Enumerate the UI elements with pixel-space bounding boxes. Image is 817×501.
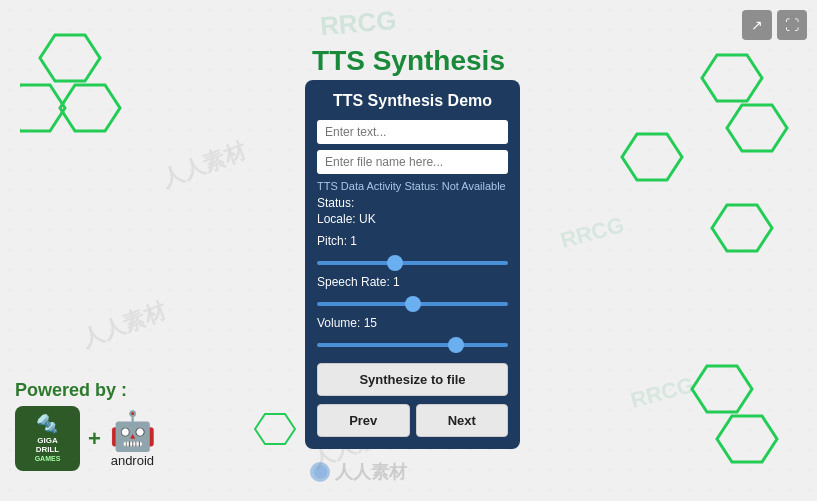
watermark-renren-1: 人人素材 — [158, 136, 251, 194]
svg-marker-9 — [622, 134, 682, 180]
volume-slider[interactable] — [317, 343, 508, 347]
svg-marker-6 — [692, 366, 752, 412]
powered-label: Powered by : — [15, 380, 156, 401]
logos-row: 🔩 GIGA DRILL GAMES + 🤖 android — [15, 406, 156, 471]
plus-sign: + — [88, 426, 101, 452]
watermark-rrcg-top: RRCG — [319, 5, 398, 43]
hex-group-right-mid2 — [617, 130, 697, 210]
text-input[interactable] — [317, 120, 508, 144]
expand-button[interactable]: ⛶ — [777, 10, 807, 40]
drill-text: DRILL — [35, 445, 61, 455]
games-text: GAMES — [35, 455, 61, 463]
bottom-watermark: 🔵 人人素材 — [310, 460, 407, 484]
giga-drill-logo: 🔩 GIGA DRILL GAMES — [15, 406, 80, 471]
prev-button[interactable]: Prev — [317, 404, 410, 437]
android-logo: 🤖 android — [109, 409, 156, 468]
next-button[interactable]: Next — [416, 404, 509, 437]
synthesize-button[interactable]: Synthesize to file — [317, 363, 508, 396]
share-button[interactable]: ↗ — [742, 10, 772, 40]
android-icon: 🤖 — [109, 409, 156, 453]
tts-status: TTS Data Activity Status: Not Available — [317, 180, 508, 192]
card-title: TTS Synthesis Demo — [317, 92, 508, 110]
speech-rate-label: Speech Rate: 1 — [317, 275, 508, 289]
svg-marker-5 — [712, 205, 772, 251]
pitch-label: Pitch: 1 — [317, 234, 508, 248]
volume-container: Volume: 15 — [317, 316, 508, 351]
tts-card: TTS Synthesis Demo TTS Data Activity Sta… — [305, 80, 520, 449]
nav-buttons: Prev Next — [317, 404, 508, 437]
svg-marker-2 — [60, 85, 120, 131]
pitch-slider[interactable] — [317, 261, 508, 265]
hex-group-right-mid — [702, 200, 802, 300]
watermark-rrcg-2: RRCG — [558, 212, 627, 254]
powered-by-section: Powered by : 🔩 GIGA DRILL GAMES + 🤖 andr… — [15, 380, 156, 471]
svg-marker-8 — [255, 414, 295, 444]
volume-label: Volume: 15 — [317, 316, 508, 330]
pitch-container: Pitch: 1 — [317, 234, 508, 269]
page-title: TTS Synthesis — [0, 45, 817, 77]
locale-label: Locale: UK — [317, 212, 508, 226]
svg-marker-1 — [20, 85, 65, 131]
watermark-rrcg-3: RRCG — [628, 372, 697, 414]
speech-rate-slider[interactable] — [317, 302, 508, 306]
watermark-renren-2: 人人素材 — [78, 296, 171, 354]
android-text: android — [111, 453, 154, 468]
status-label: Status: — [317, 196, 508, 210]
svg-marker-4 — [727, 105, 787, 151]
hex-group-right-bottom — [677, 361, 797, 481]
top-right-actions: ↗ ⛶ — [742, 10, 807, 40]
svg-marker-7 — [717, 416, 777, 462]
speech-rate-container: Speech Rate: 1 — [317, 275, 508, 310]
hex-group-bottom-mid — [250, 411, 310, 471]
file-input[interactable] — [317, 150, 508, 174]
giga-text: GIGA — [35, 436, 61, 446]
